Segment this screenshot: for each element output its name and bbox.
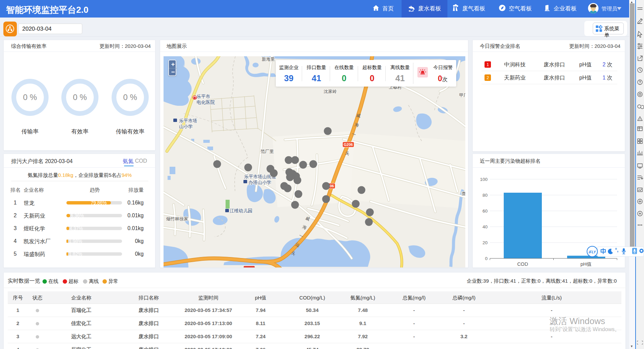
svg-text:新海里: 新海里 xyxy=(262,57,275,62)
svg-text:江维幼儿园: 江维幼儿园 xyxy=(230,208,253,213)
svg-text:查家: 查家 xyxy=(462,191,465,196)
svg-text:pH值: pH值 xyxy=(580,261,591,267)
svg-text:20: 20 xyxy=(482,240,488,245)
svg-text:COD: COD xyxy=(517,261,528,267)
svg-text:G206: G206 xyxy=(344,142,353,147)
svg-text:80: 80 xyxy=(482,193,488,198)
svg-text:办塔山小学: 办塔山小学 xyxy=(248,180,271,185)
svg-text:60: 60 xyxy=(482,209,488,214)
svg-text:电化医院: 电化医院 xyxy=(197,100,215,105)
svg-text:乐平市塔: 乐平市塔 xyxy=(179,118,197,123)
svg-text:沈家岭: 沈家岭 xyxy=(323,89,337,94)
svg-text:40: 40 xyxy=(482,224,488,229)
svg-text:0: 0 xyxy=(485,256,488,261)
svg-text:甲厂: 甲厂 xyxy=(459,93,465,98)
svg-text:乐平市: 乐平市 xyxy=(197,94,210,99)
svg-text:山小学: 山小学 xyxy=(179,124,193,129)
svg-text:范厂里: 范厂里 xyxy=(261,149,274,154)
svg-text:烟竹林徐家: 烟竹林徐家 xyxy=(166,216,188,221)
svg-text:100: 100 xyxy=(480,177,488,182)
